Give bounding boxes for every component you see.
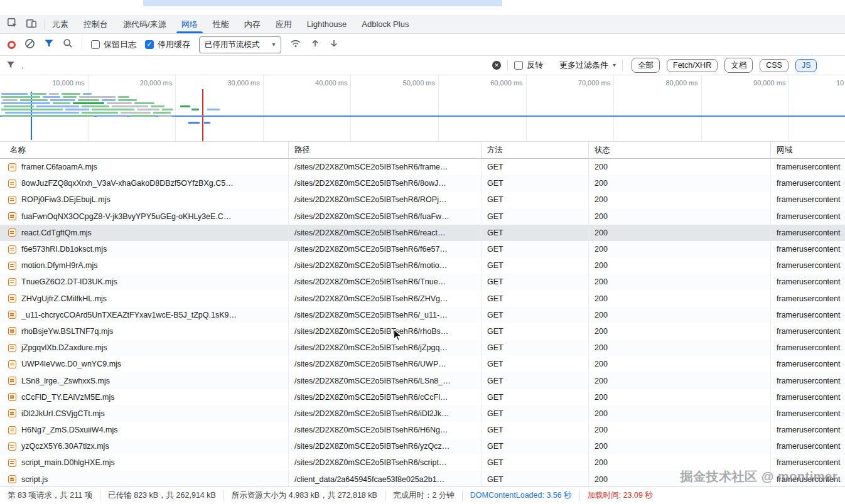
- preserve-log-control[interactable]: 保留日志: [91, 39, 136, 50]
- filter-chip-doc[interactable]: 文档: [724, 58, 753, 73]
- script-file-icon: [8, 426, 16, 434]
- request-name-cell: TnueGZ6O2.DT-ID3UK.mjs: [0, 274, 289, 290]
- request-status: 200: [589, 208, 771, 225]
- column-header-method[interactable]: 方法: [482, 142, 589, 158]
- column-header-name[interactable]: 名称: [0, 142, 289, 158]
- request-path: /sites/2D2X8Z0mSCE2o5IBTsehR6/yzQcz…: [289, 438, 482, 454]
- tab-elements[interactable]: 元素: [45, 15, 76, 33]
- request-path: /sites/2D2X8Z0mSCE2o5IBTsehR6/f6e57…: [289, 241, 482, 257]
- filter-chip-js[interactable]: JS: [795, 59, 817, 72]
- ruler-label: 80,000 ms: [629, 79, 698, 87]
- filter-chip-all[interactable]: 全部: [632, 58, 660, 73]
- overview-gridline: [175, 75, 176, 141]
- request-method: GET: [482, 372, 589, 389]
- overview-request-bar: [134, 102, 154, 104]
- ruler-label: 30,000 ms: [191, 79, 260, 87]
- export-har-button[interactable]: [329, 38, 339, 51]
- overview-request-bar: [62, 93, 80, 95]
- request-domain: framerusercontent: [771, 175, 845, 191]
- request-name: react.CdTgftQm.mjs: [21, 228, 92, 237]
- preserve-log-checkbox[interactable]: [91, 40, 100, 49]
- network-request-row[interactable]: react.CdTgftQm.mjs/sites/2D2X8Z0mSCE2o5I…: [0, 225, 845, 241]
- inspect-element-button[interactable]: [5, 17, 20, 32]
- invert-filter-control[interactable]: 反转: [514, 60, 543, 71]
- disable-cache-checkbox[interactable]: [145, 40, 154, 49]
- request-name-cell: UWP4leVwc.D0_wnYC9.mjs: [0, 356, 289, 372]
- request-name: script_main.D0hlgHXE.mjs: [21, 458, 115, 467]
- status-domcontentloaded: DOMContentLoaded: 3.56 秒: [463, 490, 580, 501]
- tab-memory[interactable]: 内存: [237, 15, 268, 33]
- tab-console[interactable]: 控制台: [76, 15, 116, 33]
- filter-input[interactable]: . ✕: [6, 60, 501, 71]
- filter-chip-fetch-xhr[interactable]: Fetch/XHR: [667, 59, 718, 72]
- network-request-row[interactable]: TnueGZ6O2.DT-ID3UK.mjs/sites/2D2X8Z0mSCE…: [0, 274, 845, 290]
- toggle-device-toolbar-button[interactable]: [24, 17, 39, 32]
- request-name: _u11-chcrycCOArd5UnTXEAZtFYxav1wcE-B5J_t…: [21, 311, 237, 319]
- tab-application[interactable]: 应用: [268, 15, 299, 33]
- network-request-row[interactable]: ZHVgUjfrZ.CMilfkHL.mjs/sites/2D2X8Z0mSCE…: [0, 291, 845, 307]
- filter-toggle-button[interactable]: [44, 38, 54, 51]
- network-request-row[interactable]: jZpgqvlXb.DZaxdure.mjs/sites/2D2X8Z0mSCE…: [0, 340, 845, 356]
- network-request-row[interactable]: iDl2JkUrI.CSVjgCTt.mjs/sites/2D2X8Z0mSCE…: [0, 405, 845, 422]
- record-network-log-button[interactable]: [8, 41, 16, 49]
- tab-lighthouse[interactable]: Lighthouse: [299, 15, 355, 33]
- filter-chip-css[interactable]: CSS: [760, 59, 788, 72]
- overview-request-bar: [43, 96, 60, 98]
- request-path: /sites/2D2X8Z0mSCE2o5IBTsehR6/cCcFl…: [289, 389, 482, 405]
- request-name: fuaFwnOqNX3OCpgZ8-V-jk3BvyYPY5uGEg-oKHLy…: [21, 212, 231, 221]
- devtools-tabbar: 元素控制台源代码/来源网络性能内存应用LighthouseAdblock Plu…: [0, 15, 845, 34]
- clear-network-log-button[interactable]: [24, 38, 35, 51]
- invert-filter-checkbox[interactable]: [514, 61, 523, 70]
- network-request-row[interactable]: 8owJuzFZQ8qxXrxh_V3aV-xhaGakoD8DBzf5OYfz…: [0, 175, 845, 191]
- request-status: 200: [589, 274, 771, 290]
- network-request-row[interactable]: LSn8_lrge._ZswhxxS.mjs/sites/2D2X8Z0mSCE…: [0, 372, 845, 389]
- disable-cache-control[interactable]: 停用缓存: [145, 39, 190, 50]
- preserve-log-label: 保留日志: [104, 39, 136, 50]
- network-request-row[interactable]: cCcFlD_TY.EAiVzM5E.mjs/sites/2D2X8Z0mSCE…: [0, 389, 845, 405]
- network-request-row[interactable]: _u11-chcrycCOArd5UnTXEAZtFYxav1wcE-B5J_t…: [0, 307, 845, 323]
- request-name: yzQczX5Y6.30A7tlzx.mjs: [21, 442, 109, 451]
- overview-panel[interactable]: 10,000 ms20,000 ms30,000 ms40,000 ms50,0…: [0, 75, 845, 141]
- overview-request-bar: [162, 109, 173, 110]
- request-path: /sites/2D2X8Z0mSCE2o5IBTsehR6/UWP…: [289, 356, 482, 372]
- overview-request-bar: [92, 109, 134, 110]
- request-domain: framerusercontent: [771, 307, 845, 323]
- network-request-row[interactable]: motion.DfymH9rA.mjs/sites/2D2X8Z0mSCE2o5…: [0, 257, 845, 274]
- network-request-row[interactable]: f6e573hRI.Db1oksct.mjs/sites/2D2X8Z0mSCE…: [0, 241, 845, 257]
- network-conditions-button[interactable]: [290, 38, 301, 51]
- network-request-row[interactable]: yzQczX5Y6.30A7tlzx.mjs/sites/2D2X8Z0mSCE…: [0, 438, 845, 454]
- import-har-button[interactable]: [310, 38, 320, 51]
- overview-request-bar: [82, 105, 109, 107]
- tab-sources[interactable]: 源代码/来源: [116, 15, 174, 33]
- column-header-domain[interactable]: 网域: [771, 142, 845, 158]
- request-domain: framerusercontent: [771, 257, 845, 274]
- request-name: cCcFlD_TY.EAiVzM5E.mjs: [21, 393, 114, 402]
- request-method: GET: [482, 257, 589, 274]
- throttling-select[interactable]: 已停用节流模式 ▾: [199, 36, 281, 53]
- search-button[interactable]: [63, 38, 73, 51]
- overview-request-bar: [82, 112, 118, 114]
- clear-filter-button[interactable]: ✕: [492, 61, 501, 70]
- network-request-row[interactable]: fuaFwnOqNX3OCpgZ8-V-jk3BvyYPY5uGEg-oKHLy…: [0, 208, 845, 225]
- network-request-row[interactable]: H6Ng7_ZmS.DSxuiiW4.mjs/sites/2D2X8Z0mSCE…: [0, 422, 845, 438]
- network-request-row[interactable]: UWP4leVwc.D0_wnYC9.mjs/sites/2D2X8Z0mSCE…: [0, 356, 845, 372]
- status-load-time: 加载时间: 23.09 秒: [580, 490, 660, 501]
- network-request-row[interactable]: rhoBsjeYw.BSLTNF7q.mjs/sites/2D2X8Z0mSCE…: [0, 323, 845, 340]
- network-request-row[interactable]: ROPj0Fiw3.DEjEbujL.mjs/sites/2D2X8Z0mSCE…: [0, 191, 845, 208]
- request-status: 200: [589, 372, 771, 389]
- overview-request-bar: [5, 112, 79, 114]
- tab-adblock-plus[interactable]: Adblock Plus: [354, 15, 416, 33]
- page-content-fragment: [143, 0, 502, 6]
- column-header-path[interactable]: 路径: [289, 142, 482, 158]
- request-name: framer.C6faoamA.mjs: [21, 163, 97, 171]
- column-header-status[interactable]: 状态: [589, 142, 771, 158]
- more-filters-dropdown[interactable]: 更多过滤条件 ▾: [559, 60, 616, 71]
- overview-request-bar: [83, 93, 92, 95]
- request-path: /sites/2D2X8Z0mSCE2o5IBTsehR6/motio…: [289, 257, 482, 274]
- tab-performance[interactable]: 性能: [205, 15, 237, 33]
- tab-network[interactable]: 网络: [174, 15, 205, 33]
- network-request-row[interactable]: framer.C6faoamA.mjs/sites/2D2X8Z0mSCE2o5…: [0, 159, 845, 175]
- request-status: 200: [589, 405, 771, 422]
- request-name-cell: ZHVgUjfrZ.CMilfkHL.mjs: [0, 291, 289, 307]
- overview-gridline: [526, 75, 527, 141]
